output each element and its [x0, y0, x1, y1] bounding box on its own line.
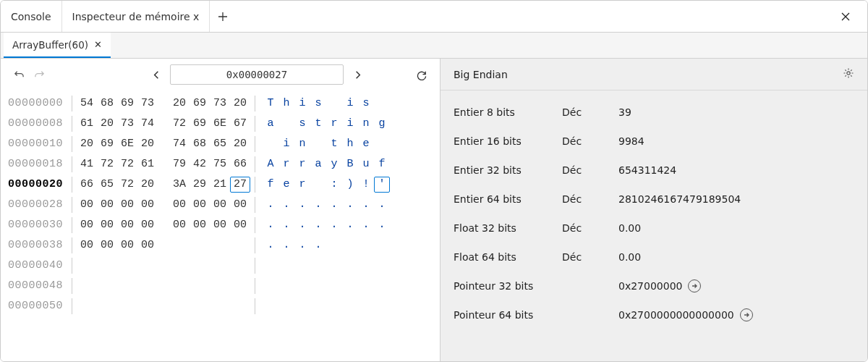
hex-byte[interactable]: 00 [190, 215, 210, 235]
ascii-byte[interactable]: . [310, 215, 326, 235]
hex-byte[interactable]: 00 [97, 235, 117, 256]
hex-byte[interactable]: 69 [97, 134, 117, 154]
ascii-byte[interactable]: r [294, 154, 310, 174]
hex-byte[interactable]: 00 [77, 215, 97, 235]
hex-byte[interactable]: 66 [77, 174, 97, 195]
ascii-byte[interactable]: ) [342, 174, 358, 195]
hex-byte[interactable]: 00 [137, 235, 158, 256]
ascii-byte[interactable]: A [263, 154, 278, 174]
ascii-byte[interactable]: r [294, 174, 310, 195]
values-settings-button[interactable] [843, 67, 854, 81]
hex-byte[interactable]: 00 [169, 195, 190, 215]
ascii-byte[interactable]: . [326, 215, 342, 235]
buffer-tab-close-icon[interactable]: ✕ [94, 39, 102, 50]
ascii-byte[interactable]: r [326, 114, 342, 134]
ascii-byte[interactable]: s [310, 93, 326, 114]
hex-byte[interactable]: 00 [169, 215, 190, 235]
hex-byte[interactable]: 00 [137, 195, 158, 215]
ascii-byte[interactable] [310, 134, 326, 154]
hex-byte[interactable]: 00 [77, 195, 97, 215]
hex-byte[interactable]: 66 [230, 154, 250, 174]
hex-byte[interactable]: 72 [97, 154, 117, 174]
ascii-byte[interactable]: g [374, 114, 390, 134]
hex-byte[interactable]: 75 [210, 154, 230, 174]
hex-byte[interactable]: 27 [230, 177, 250, 193]
ascii-byte[interactable]: n [294, 134, 310, 154]
ascii-byte[interactable]: u [358, 154, 374, 174]
hex-byte[interactable]: 00 [137, 215, 158, 235]
ascii-byte[interactable]: : [326, 174, 342, 195]
hex-byte[interactable]: 00 [210, 195, 230, 215]
hex-byte[interactable]: 6E [210, 114, 230, 134]
ascii-byte[interactable]: a [310, 154, 326, 174]
hex-byte[interactable]: 6E [117, 134, 137, 154]
ascii-byte[interactable]: i [342, 93, 358, 114]
ascii-byte[interactable]: h [342, 134, 358, 154]
ascii-byte[interactable] [310, 174, 326, 195]
hex-address[interactable]: 00000008 [8, 114, 67, 134]
hex-address[interactable]: 00000040 [8, 256, 67, 276]
ascii-byte[interactable]: . [294, 215, 310, 235]
hex-byte[interactable]: 3A [169, 174, 190, 195]
ascii-byte[interactable]: . [374, 215, 390, 235]
hex-byte[interactable]: 00 [117, 195, 137, 215]
hex-byte[interactable]: 61 [137, 154, 158, 174]
ascii-byte[interactable]: s [358, 93, 374, 114]
hex-byte[interactable]: 20 [230, 134, 250, 154]
hex-address[interactable]: 00000020 [8, 174, 67, 195]
ascii-byte[interactable]: ! [358, 174, 374, 195]
prev-page-button[interactable] [148, 67, 164, 83]
hex-address[interactable]: 00000038 [8, 235, 67, 256]
hex-byte[interactable]: 73 [210, 93, 230, 114]
hex-byte[interactable]: 20 [137, 174, 158, 195]
hex-byte[interactable]: 68 [97, 93, 117, 114]
hex-byte[interactable]: 41 [77, 154, 97, 174]
ascii-byte[interactable]: . [358, 215, 374, 235]
hex-byte[interactable]: 72 [117, 174, 137, 195]
hex-byte[interactable]: 61 [77, 114, 97, 134]
hex-address[interactable]: 00000048 [8, 276, 67, 296]
hex-byte[interactable]: 00 [230, 195, 250, 215]
hex-address[interactable]: 00000030 [8, 215, 67, 235]
hex-byte[interactable]: 73 [117, 114, 137, 134]
ascii-byte[interactable]: . [326, 195, 342, 215]
ascii-byte[interactable]: . [263, 195, 278, 215]
buffer-tab[interactable]: ArrayBuffer(60) ✕ [4, 33, 111, 58]
ascii-byte[interactable]: y [326, 154, 342, 174]
ascii-byte[interactable]: a [263, 114, 278, 134]
hex-byte[interactable]: 67 [230, 114, 250, 134]
hex-address[interactable]: 00000018 [8, 154, 67, 174]
hex-byte[interactable]: 00 [117, 215, 137, 235]
hex-byte[interactable]: 00 [97, 195, 117, 215]
hex-byte[interactable]: 20 [97, 114, 117, 134]
hex-byte[interactable]: 69 [190, 93, 210, 114]
hex-byte[interactable]: 00 [117, 235, 137, 256]
panel-close-button[interactable] [830, 1, 861, 32]
ascii-byte[interactable]: . [342, 195, 358, 215]
ascii-byte[interactable]: r [278, 154, 294, 174]
hex-byte[interactable]: 20 [230, 93, 250, 114]
ascii-byte[interactable]: . [278, 215, 294, 235]
hex-byte[interactable]: 69 [117, 93, 137, 114]
hex-byte[interactable]: 69 [190, 114, 210, 134]
hex-address[interactable]: 00000050 [8, 296, 67, 316]
ascii-byte[interactable]: T [263, 93, 278, 114]
hex-byte[interactable]: 00 [97, 215, 117, 235]
ascii-byte[interactable]: i [278, 134, 294, 154]
jump-to-address-button[interactable] [740, 308, 753, 321]
ascii-byte[interactable]: . [278, 195, 294, 215]
hex-address[interactable]: 00000028 [8, 195, 67, 215]
hex-byte[interactable]: 00 [210, 215, 230, 235]
tab-memory-inspector[interactable]: Inspecteur de mémoire x [62, 1, 210, 32]
hex-byte[interactable]: 65 [97, 174, 117, 195]
ascii-byte[interactable]: n [358, 114, 374, 134]
hex-byte[interactable]: 65 [210, 134, 230, 154]
ascii-byte[interactable]: . [263, 215, 278, 235]
ascii-byte[interactable] [374, 93, 390, 114]
hex-byte[interactable]: 00 [77, 235, 97, 256]
refresh-button[interactable] [414, 67, 430, 83]
endianness-label[interactable]: Big Endian [454, 69, 508, 80]
hex-byte[interactable]: 72 [117, 154, 137, 174]
ascii-byte[interactable]: e [358, 134, 374, 154]
hex-byte[interactable]: 21 [210, 174, 230, 195]
